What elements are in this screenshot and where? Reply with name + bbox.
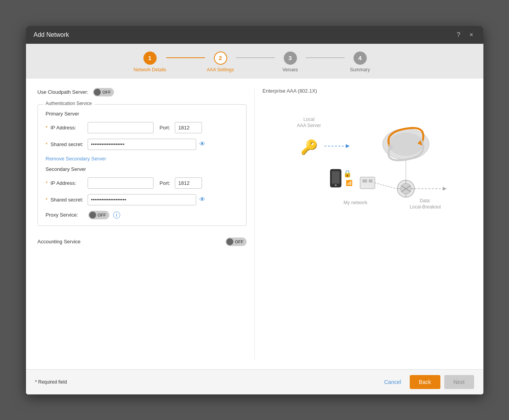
- close-button[interactable]: ×: [467, 31, 475, 39]
- auth-section-legend: Authentication Service: [43, 101, 94, 106]
- accounting-knob: [226, 238, 233, 245]
- diagram-area: Local AAA Server 🔑: [262, 102, 472, 241]
- proxy-toggle-text: OFF: [98, 213, 106, 217]
- required-note: * Required field: [35, 379, 67, 385]
- cancel-button[interactable]: Cancel: [380, 376, 406, 388]
- secondary-eye-icon[interactable]: 👁: [199, 196, 205, 203]
- auth-section: Authentication Service Primary Server * …: [38, 104, 247, 226]
- primary-secret-row: * Shared secret: 👁: [46, 139, 239, 150]
- primary-secret-input[interactable]: [88, 139, 196, 150]
- primary-server-label: Primary Server: [46, 111, 239, 117]
- secondary-server-label: Secondary Server: [46, 166, 239, 172]
- svg-text:Data:: Data:: [419, 198, 431, 203]
- right-panel: Enterprise AAA (802.1X) Local AAA Server…: [254, 88, 472, 360]
- port-label-1: Port:: [160, 125, 170, 131]
- content-area: Use Cloudpath Server: OFF Authentication…: [26, 79, 483, 369]
- step-4-label: Summary: [345, 67, 376, 72]
- svg-text:AAA Server: AAA Server: [297, 123, 321, 128]
- help-button[interactable]: ?: [454, 31, 462, 39]
- secondary-secret-label: * Shared secret:: [46, 197, 85, 203]
- proxy-toggle[interactable]: OFF: [88, 211, 109, 219]
- svg-text:📶: 📶: [346, 180, 353, 186]
- svg-text:My network: My network: [343, 200, 368, 205]
- stepper-area: 1 Network Details 2 AAA Settings 3 Venue…: [26, 44, 483, 79]
- step-4-circle: 4: [354, 52, 367, 65]
- svg-point-6: [388, 133, 423, 156]
- cloudpath-label: Use Cloudpath Server:: [38, 89, 89, 95]
- svg-rect-23: [332, 171, 340, 184]
- accounting-toggle[interactable]: OFF: [226, 238, 247, 246]
- step-3-label: Venues: [275, 67, 306, 72]
- next-button[interactable]: Next: [444, 375, 474, 389]
- dialog-header: Add Network ? ×: [26, 26, 483, 44]
- step-1-label: Network Details: [133, 67, 166, 72]
- step-1[interactable]: 1 Network Details: [133, 52, 166, 72]
- dialog-title: Add Network: [34, 31, 69, 38]
- svg-marker-19: [443, 187, 447, 191]
- step-2[interactable]: 2 AAA Settings: [205, 52, 236, 72]
- secondary-ip-input[interactable]: [88, 177, 154, 189]
- primary-eye-icon[interactable]: 👁: [199, 141, 205, 148]
- toggle-text: OFF: [102, 90, 111, 95]
- svg-text:🔑: 🔑: [300, 139, 317, 155]
- svg-line-30: [375, 183, 397, 189]
- step-4[interactable]: 4 Summary: [345, 52, 376, 72]
- svg-text:Local-Breakout: Local-Breakout: [409, 204, 441, 210]
- accounting-label: Accounting Service: [38, 239, 81, 244]
- connector-2-3: [236, 57, 275, 58]
- footer: * Required field Cancel Back Next: [26, 369, 483, 394]
- step-2-circle: 2: [214, 52, 227, 65]
- required-star-1: *: [46, 125, 48, 131]
- svg-text:Local: Local: [303, 117, 314, 122]
- svg-point-24: [335, 184, 336, 186]
- primary-ip-label: * IP Address:: [46, 125, 85, 131]
- port-label-2: Port:: [160, 180, 170, 186]
- required-star-3: *: [46, 180, 48, 186]
- secondary-ip-row: * IP Address: Port:: [46, 177, 239, 189]
- secondary-port-input[interactable]: [175, 177, 202, 189]
- secondary-ip-label: * IP Address:: [46, 180, 85, 186]
- header-icons: ? ×: [454, 31, 475, 39]
- step-3-circle: 3: [284, 52, 297, 65]
- accounting-row: Accounting Service OFF: [38, 232, 247, 251]
- step-3[interactable]: 3 Venues: [275, 52, 306, 72]
- required-star-4: *: [46, 197, 48, 203]
- back-button[interactable]: Back: [410, 375, 440, 389]
- connector-3-4: [306, 57, 345, 58]
- connector-1-2: [166, 57, 205, 58]
- proxy-knob: [89, 212, 96, 219]
- toggle-knob: [94, 89, 101, 96]
- svg-rect-29: [369, 179, 373, 182]
- network-diagram: Local AAA Server 🔑: [286, 109, 449, 233]
- footer-buttons: Cancel Back Next: [380, 375, 474, 389]
- left-panel: Use Cloudpath Server: OFF Authentication…: [38, 88, 247, 360]
- primary-secret-label: * Shared secret:: [46, 141, 85, 147]
- primary-port-input[interactable]: [175, 122, 202, 133]
- svg-rect-27: [360, 177, 375, 189]
- step-1-circle: 1: [143, 52, 157, 65]
- proxy-info-icon[interactable]: i: [113, 212, 120, 219]
- proxy-label: Proxy Service:: [46, 212, 85, 218]
- step-2-label: AAA Settings: [205, 67, 236, 72]
- enterprise-aaa-title: Enterprise AAA (802.1X): [262, 88, 472, 94]
- accounting-toggle-text: OFF: [235, 239, 243, 244]
- secondary-secret-row: * Shared secret: 👁: [46, 194, 239, 205]
- cloudpath-toggle[interactable]: OFF: [93, 88, 114, 96]
- svg-text:🔒: 🔒: [343, 169, 352, 178]
- cloudpath-row: Use Cloudpath Server: OFF: [38, 88, 247, 96]
- proxy-row: Proxy Service: OFF i: [46, 211, 239, 219]
- remove-secondary-link[interactable]: Remove Secondary Server: [46, 156, 106, 162]
- secondary-secret-input[interactable]: [88, 194, 196, 205]
- required-star-2: *: [46, 141, 48, 147]
- stepper: 1 Network Details 2 AAA Settings 3 Venue…: [26, 52, 483, 72]
- svg-marker-4: [346, 144, 350, 148]
- add-network-dialog: Add Network ? × 1 Network Details 2 AAA …: [26, 26, 483, 394]
- svg-rect-28: [362, 179, 367, 182]
- primary-ip-row: * IP Address: Port:: [46, 122, 239, 133]
- primary-ip-input[interactable]: [88, 122, 154, 133]
